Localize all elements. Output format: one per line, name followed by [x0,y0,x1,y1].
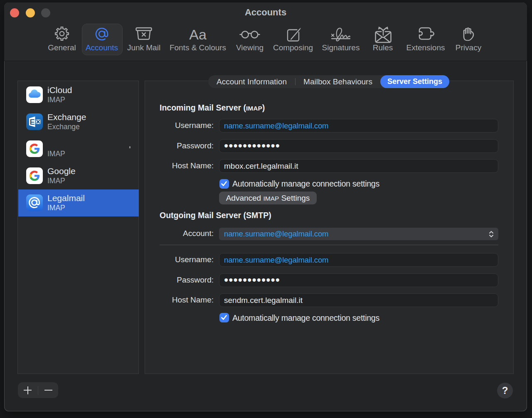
svg-text:Aa: Aa [189,27,207,42]
svg-text:E: E [30,118,35,126]
